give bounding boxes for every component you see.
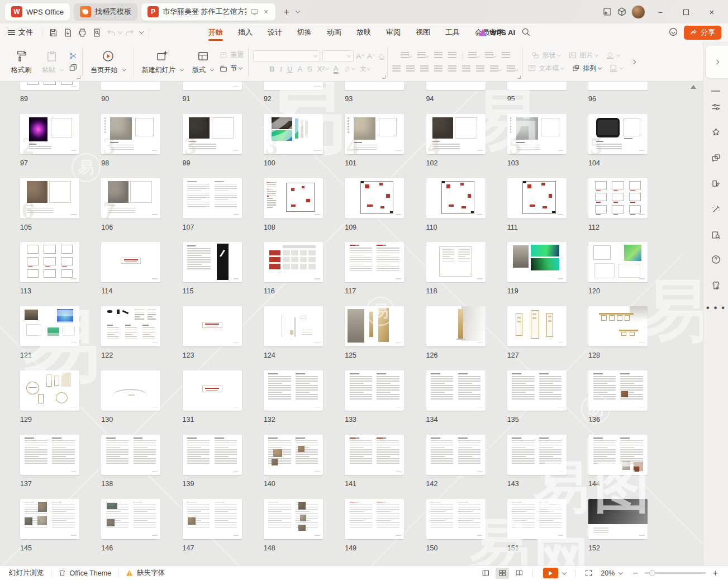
export-pdf-button[interactable] [60, 26, 75, 39]
zoom-chevron-icon[interactable] [618, 570, 623, 574]
menu-tab-切换[interactable]: 切换 [292, 25, 317, 40]
collapse-dash-icon[interactable] [711, 91, 720, 92]
clipboard-dialog-launcher[interactable] [77, 75, 80, 79]
menu-tab-视图[interactable]: 视图 [411, 25, 435, 40]
menu-tab-审阅[interactable]: 审阅 [381, 25, 406, 40]
help-icon[interactable] [703, 254, 728, 265]
tab-docer-templates[interactable]: 找稻壳模板 [74, 3, 137, 21]
slide-thumbnail-129[interactable] [20, 370, 79, 411]
more-options-icon[interactable]: ● ● ● [703, 304, 728, 311]
monitor-icon[interactable] [250, 8, 259, 16]
menu-tab-会员专享[interactable]: 会员专享 [470, 25, 509, 40]
slide-thumbnail-93[interactable] [345, 82, 404, 90]
slide-thumbnail-112[interactable] [588, 178, 648, 218]
slide-thumbnail-127[interactable] [507, 306, 567, 346]
slide-thumbnail-95[interactable] [507, 82, 567, 90]
slide-thumbnail-100[interactable]: 3 [264, 114, 323, 154]
menu-tab-放映[interactable]: 放映 [351, 25, 376, 40]
slide-thumbnail-101[interactable]: 4 [345, 114, 404, 154]
slide-thumbnail-143[interactable] [507, 435, 567, 475]
properties-icon[interactable] [703, 102, 728, 112]
slide-thumbnail-110[interactable] [426, 178, 486, 218]
share-button[interactable]: 分享 [684, 26, 721, 40]
slide-thumbnail-144[interactable] [588, 435, 648, 475]
slide-thumbnail-102[interactable]: 4 [426, 114, 486, 154]
slide-thumbnail-107[interactable] [183, 178, 242, 218]
fit-screen-icon[interactable] [584, 569, 593, 577]
tab-list-chevron-icon[interactable] [296, 8, 300, 13]
slide-thumbnail-98[interactable]: 3 [101, 114, 160, 154]
ribbon-expand-chevron-icon[interactable] [627, 44, 640, 80]
font-dialog-launcher[interactable] [382, 75, 386, 79]
close-window-button[interactable]: × [701, 7, 722, 17]
slide-sorter-view-button[interactable] [496, 568, 509, 579]
slide-thumbnail-150[interactable] [426, 499, 486, 539]
find-replace-icon[interactable] [703, 230, 728, 240]
design-pen-icon[interactable] [703, 178, 728, 189]
slide-thumbnail-120[interactable] [588, 242, 648, 282]
slide-thumbnail-141[interactable] [345, 435, 404, 475]
save-button[interactable] [46, 26, 60, 39]
slide-thumbnail-91[interactable] [183, 82, 242, 90]
slide-thumbnail-115[interactable] [183, 242, 242, 282]
slide-thumbnail-118[interactable] [426, 242, 486, 282]
slide-thumbnail-142[interactable] [426, 435, 486, 475]
slide-thumbnail-133[interactable] [345, 370, 404, 411]
reading-view-button[interactable] [512, 568, 526, 579]
app-cube-icon[interactable] [617, 7, 627, 17]
slide-thumbnail-134[interactable] [426, 370, 486, 411]
slide-thumbnail-126[interactable] [426, 306, 486, 346]
slide-thumbnail-151[interactable] [507, 499, 567, 539]
panel-expand-handle[interactable] [706, 46, 728, 78]
slide-thumbnail-132[interactable] [264, 370, 323, 411]
theme-label[interactable]: Office Theme [70, 569, 112, 577]
slide-thumbnail-97[interactable]: 2 [20, 114, 79, 154]
new-tab-button[interactable]: + [283, 7, 289, 17]
slide-thumbnail-138[interactable] [101, 435, 160, 475]
zoom-level-label[interactable]: 20% [601, 569, 615, 577]
side-panel-icon[interactable] [602, 7, 612, 17]
slide-thumbnail-148[interactable] [264, 499, 323, 539]
menu-tab-设计[interactable]: 设计 [263, 25, 287, 40]
slide-thumbnail-139[interactable] [183, 435, 242, 475]
tab-wps-home[interactable]: W WPS Office [5, 3, 70, 21]
slide-thumbnail-90[interactable] [101, 82, 160, 90]
zoom-slider[interactable] [645, 572, 706, 574]
maximize-button[interactable] [675, 7, 697, 17]
magic-wand-icon[interactable] [703, 204, 728, 215]
scrollbar-up-arrow[interactable] [691, 85, 696, 89]
slide-thumbnail-125[interactable] [345, 306, 404, 346]
start-from-page-button[interactable]: 当页开始 [87, 48, 129, 76]
slide-thumbnail-103[interactable]: 5 [507, 114, 567, 154]
zoom-out-button[interactable]: − [630, 568, 640, 578]
print-button[interactable] [75, 26, 89, 39]
slide-thumbnail-117[interactable] [345, 242, 404, 282]
format-painter-button[interactable]: 格式刷 [8, 48, 35, 76]
zoom-slider-handle[interactable] [649, 570, 655, 576]
slide-thumbnail-124[interactable] [264, 306, 323, 346]
slide-thumbnail-135[interactable] [507, 370, 567, 411]
effects-star-icon[interactable] [703, 127, 728, 137]
slide-thumbnail-140[interactable] [264, 435, 323, 475]
layout-button[interactable]: 版式 [189, 48, 217, 76]
slide-thumbnail-136[interactable] [588, 370, 648, 411]
slide-thumbnail-96[interactable] [588, 82, 648, 90]
slide-thumbnail-92[interactable] [264, 82, 323, 90]
slide-thumbnail-106[interactable]: 7 [101, 178, 160, 218]
menu-tab-插入[interactable]: 插入 [233, 25, 258, 40]
close-tab-icon[interactable]: × [263, 7, 269, 16]
cut-button[interactable] [69, 51, 78, 60]
slide-thumbnail-123[interactable] [183, 306, 242, 346]
menu-tab-动画[interactable]: 动画 [322, 25, 346, 40]
slide-thumbnail-94[interactable] [426, 82, 486, 90]
slide-thumbnail-116[interactable] [264, 242, 323, 282]
service-icon[interactable] [668, 27, 678, 39]
minimize-button[interactable]: − [650, 7, 671, 17]
arrange-button[interactable]: 排列 [572, 64, 601, 73]
file-menu-button[interactable]: 文件 [0, 27, 39, 37]
print-preview-button[interactable] [89, 26, 104, 39]
slide-thumbnail-130[interactable] [101, 370, 160, 411]
slide-thumbnail-147[interactable] [183, 499, 242, 539]
play-options-chevron-icon[interactable] [562, 570, 567, 574]
slide-thumbnail-99[interactable]: 3 [183, 114, 242, 154]
